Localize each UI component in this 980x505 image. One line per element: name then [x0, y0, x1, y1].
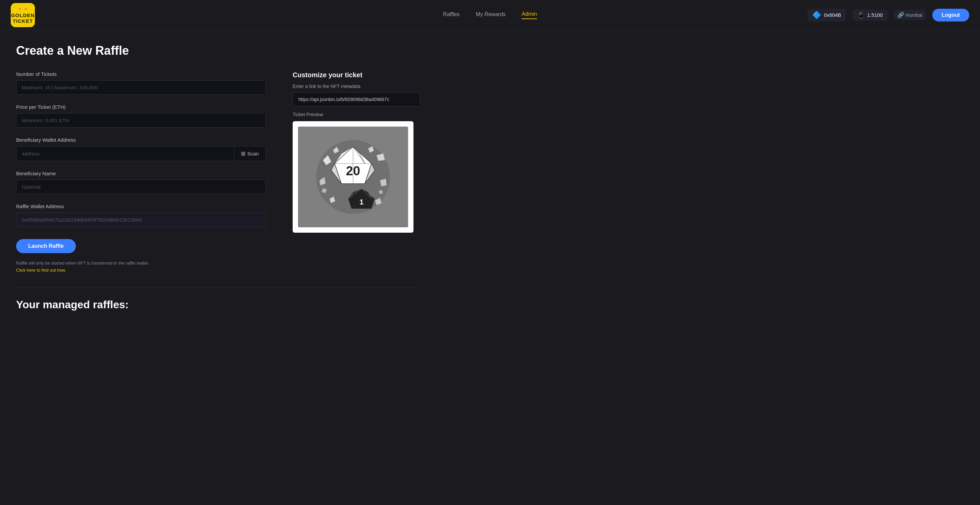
raffle-wallet-input [16, 213, 266, 227]
main-nav: Raffles My Rewards Admin [443, 11, 537, 19]
page-title: Create a New Raffle [16, 44, 420, 58]
phone-icon: 📱 [857, 11, 865, 19]
svg-rect-22 [379, 190, 383, 194]
balance-amount: 1.5100 [867, 12, 883, 18]
logo-text-top: GOLDEN [11, 13, 35, 18]
logo-text-bottom: TICKET [13, 18, 33, 24]
nav-my-rewards[interactable]: My Rewards [476, 11, 506, 19]
nav-admin[interactable]: Admin [522, 11, 537, 19]
ticket-image: 20 1 [298, 127, 408, 227]
ticket-preview: 20 1 [293, 121, 414, 233]
form-left: Number of Tickets Price per Ticket (ETH)… [16, 71, 266, 274]
wallet-info: 🔷 0x604B [808, 9, 846, 21]
qr-icon: ⊞ [241, 150, 245, 157]
beneficiary-name-label: Beneficiary Name [16, 170, 266, 176]
wallet-icon: 🔷 [812, 11, 821, 19]
metadata-label: Enter a link to the NFT metadata [293, 84, 420, 89]
wallet-address: 0x604B [824, 12, 841, 18]
disclaimer-text: Raffle will only be started when NFT is … [16, 261, 149, 266]
form-right: Customize your ticket Enter a link to th… [293, 71, 420, 233]
nav-raffles[interactable]: Raffles [443, 11, 460, 19]
tickets-label: Number of Tickets [16, 71, 266, 77]
disclaimer: Raffle will only be started when NFT is … [16, 260, 266, 274]
scan-label: Scan [247, 151, 259, 156]
network-name: mumbai [905, 13, 922, 18]
price-input[interactable] [16, 113, 266, 127]
price-label: Price per Ticket (ETH) [16, 104, 266, 110]
balance-info: 📱 1.5100 [853, 10, 888, 21]
raffle-wallet-label: Raffle Wallet Address [16, 204, 266, 209]
beneficiary-address-label: Beneficiary Wallet Address [16, 137, 266, 143]
tickets-input[interactable] [16, 80, 266, 95]
network-badge: 🔗 mumbai [894, 10, 926, 20]
disclaimer-link[interactable]: Click here to find out how. [16, 268, 66, 272]
launch-raffle-button[interactable]: Launch Raffle [16, 239, 76, 253]
tickets-group: Number of Tickets [16, 71, 266, 95]
dice-svg: 20 1 [313, 137, 393, 217]
svg-text:1: 1 [360, 198, 363, 206]
section-divider [16, 287, 420, 288]
raffle-wallet-group: Raffle Wallet Address [16, 204, 266, 227]
scan-button[interactable]: ⊞ Scan [234, 146, 266, 161]
logout-button[interactable]: Logout [932, 9, 969, 21]
logo[interactable]: ✦ ✦ GOLDEN TICKET [11, 3, 35, 27]
ticket-preview-label: Ticket Preview [293, 112, 420, 117]
price-group: Price per Ticket (ETH) [16, 104, 266, 127]
customize-title: Customize your ticket [293, 71, 420, 79]
managed-raffles-title: Your managed raffles: [16, 298, 420, 311]
network-icon: 🔗 [897, 12, 904, 18]
beneficiary-address-group: Beneficiary Wallet Address ⊞ Scan [16, 137, 266, 161]
beneficiary-name-input[interactable] [16, 180, 266, 194]
metadata-input[interactable] [293, 92, 420, 107]
beneficiary-address-input[interactable] [16, 146, 234, 161]
header-right: 🔷 0x604B 📱 1.5100 🔗 mumbai Logout [808, 9, 969, 21]
beneficiary-name-group: Beneficiary Name [16, 170, 266, 194]
